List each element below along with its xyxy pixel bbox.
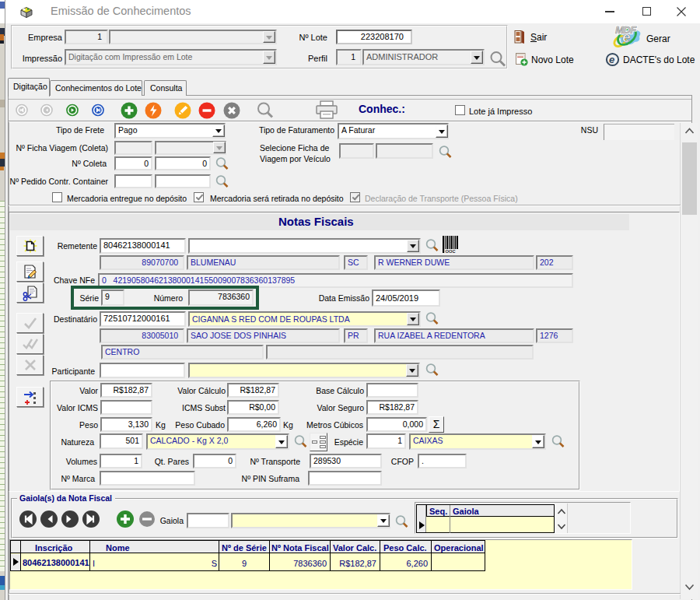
svg-text:ooc: ooc <box>446 247 456 253</box>
svg-text:MDF: MDF <box>615 24 637 36</box>
svg-text:e: e <box>609 54 614 65</box>
